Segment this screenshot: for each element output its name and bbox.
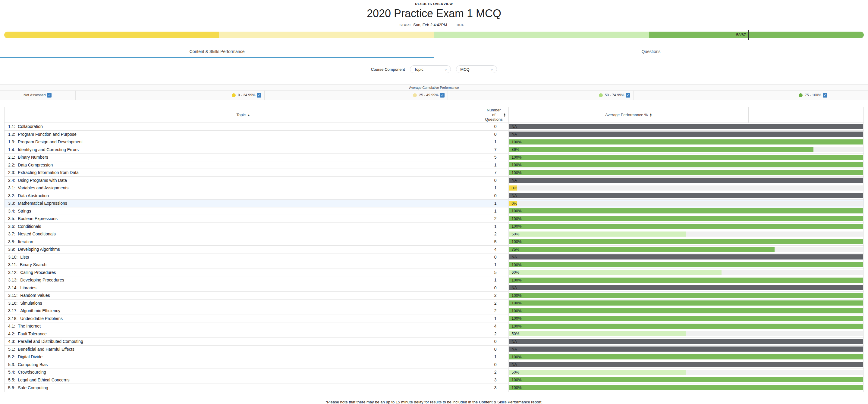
performance-bar-track: NA: [509, 339, 863, 344]
performance-bar-label: 100%: [512, 308, 521, 313]
performance-bar-label: 50%: [512, 370, 519, 375]
tab-content-skills-performance[interactable]: Content & Skills Performance: [0, 46, 434, 58]
column-header-average-performance[interactable]: Average Performance % ▲▼: [509, 107, 749, 123]
table-row[interactable]: 5.3: Computing Bias 0 NA: [4, 361, 864, 369]
table-row[interactable]: 3.13: Developing Procedures 1 100%: [4, 276, 864, 284]
table-row[interactable]: 3.7: Nested Conditionals 2 50%: [4, 230, 864, 238]
performance-bar-fill: [509, 139, 863, 144]
table-row[interactable]: 3.3: Mathematical Expressions 1 0%: [4, 200, 864, 207]
table-row[interactable]: 3.10: Lists 0 NA: [4, 254, 864, 261]
topic-name: Conditionals: [18, 224, 41, 229]
question-count: 1: [482, 353, 509, 361]
question-count: 0: [482, 346, 509, 353]
checkbox-checked-icon[interactable]: ✓: [626, 93, 630, 98]
table-body: 1.1: Collaboration 0 NA 1.2: Program Fun…: [4, 123, 864, 392]
question-count: 2: [482, 292, 509, 299]
table-row[interactable]: 3.17: Algorithmic Efficiency 2 100%: [4, 307, 864, 315]
assessment-type-dropdown[interactable]: MCQ ⌄: [456, 65, 497, 73]
table-row[interactable]: 5.6: Safe Computing 3 100%: [4, 384, 864, 392]
table-row[interactable]: 2.1: Binary Numbers 5 100%: [4, 154, 864, 161]
sort-ascending-icon: ▲: [247, 113, 250, 116]
legend-label: 50 - 74.99%: [605, 93, 624, 97]
table-row[interactable]: 3.11: Binary Search 1 100%: [4, 261, 864, 269]
table-row[interactable]: 5.4: Crowdsourcing 2 50%: [4, 368, 864, 376]
topic-name: Program Function and Purpose: [18, 132, 76, 137]
table-row[interactable]: 4.2: Fault Tolerance 2 50%: [4, 330, 864, 338]
table-row[interactable]: 2.2: Data Compression 1 100%: [4, 161, 864, 169]
topic-code: 3.3:: [8, 201, 15, 206]
topic-code: 3.14:: [8, 285, 18, 290]
table-row[interactable]: 4.3: Parallel and Distributed Computing …: [4, 338, 864, 346]
performance-cell: 100%: [509, 215, 864, 223]
checkbox-checked-icon[interactable]: ✓: [47, 93, 52, 98]
table-row[interactable]: 3.18: Undecidable Problems 1 100%: [4, 315, 864, 323]
table-row[interactable]: 3.15: Random Values 2 100%: [4, 292, 864, 300]
course-component-dropdown[interactable]: Topic ⌄: [410, 65, 451, 73]
table-row[interactable]: 3.1: Variables and Assignments 1 0%: [4, 184, 864, 192]
table-row[interactable]: 3.5: Boolean Expressions 2 100%: [4, 215, 864, 223]
table-row[interactable]: 3.4: Strings 1 100%: [4, 207, 864, 215]
topic-name: Data Compression: [18, 163, 53, 167]
score-marker-line: [748, 30, 749, 40]
tab-questions[interactable]: Questions: [434, 46, 868, 58]
legend-item-75-100: 75 - 100% ✓: [633, 91, 868, 100]
page-title: 2020 Practice Exam 1 MCQ: [0, 7, 868, 20]
page-header: RESULTS OVERVIEW 2020 Practice Exam 1 MC…: [0, 0, 868, 27]
checkbox-checked-icon[interactable]: ✓: [257, 93, 261, 98]
performance-bar-label: NA: [512, 285, 517, 290]
table-row[interactable]: 1.2: Program Function and Purpose 0 NA: [4, 131, 864, 138]
question-count: 3: [482, 376, 509, 384]
gauge-segment-75-100: [649, 32, 864, 38]
table-row[interactable]: 3.9: Developing Algorithms 4 75%: [4, 246, 864, 254]
performance-bar-label: 100%: [512, 324, 521, 329]
topic-code: 3.11:: [8, 262, 17, 267]
table-row[interactable]: 4.1: The Internet 4 100%: [4, 323, 864, 330]
performance-bar-label: 100%: [512, 139, 521, 144]
topic-code: 5.2:: [8, 354, 15, 359]
topic-code: 3.9:: [8, 247, 15, 252]
table-row[interactable]: 1.4: Identifying and Correcting Errors 7…: [4, 146, 864, 154]
performance-cell: 100%: [509, 169, 864, 176]
question-count: 4: [482, 323, 509, 330]
table-row[interactable]: 3.16: Simulations 2 100%: [4, 300, 864, 307]
checkbox-checked-icon[interactable]: ✓: [440, 93, 444, 98]
topic-code: 3.1:: [8, 186, 15, 190]
question-count: 2: [482, 300, 509, 307]
table-row[interactable]: 2.4: Using Programs with Data 0 NA: [4, 177, 864, 184]
table-row[interactable]: 5.1: Beneficial and Harmful Effects 0 NA: [4, 346, 864, 354]
table-row[interactable]: 3.6: Conditionals 1 100%: [4, 223, 864, 231]
checkbox-checked-icon[interactable]: ✓: [823, 93, 827, 98]
performance-cell: 60%: [509, 269, 864, 276]
performance-bar-label: 75%: [512, 247, 519, 252]
question-count: 2: [482, 368, 509, 376]
topic-cell: 2.3: Extracting Information from Data: [4, 169, 482, 176]
table-row[interactable]: 1.1: Collaboration 0 NA: [4, 123, 864, 131]
performance-cell: 50%: [509, 368, 864, 376]
table-row[interactable]: 5.5: Legal and Ethical Concerns 3 100%: [4, 376, 864, 384]
performance-bar-label: 100%: [512, 385, 521, 390]
performance-bar-track: 100%: [509, 216, 863, 221]
table-row[interactable]: 5.2: Digital Divide 1 100%: [4, 353, 864, 361]
gauge-segment-25-50: [219, 32, 434, 38]
table-row[interactable]: 3.2: Data Abstraction 0 NA: [4, 192, 864, 200]
topic-name: Boolean Expressions: [18, 216, 58, 221]
table-row[interactable]: 3.14: Libraries 0 NA: [4, 284, 864, 292]
legend-label: 75 - 100%: [805, 93, 821, 97]
topic-code: 3.15:: [8, 293, 18, 298]
column-header-number-of-questions[interactable]: Number of Questions ▲▼: [482, 107, 509, 123]
chevron-down-icon: ⌄: [490, 68, 493, 71]
performance-bar-fill: [509, 316, 863, 321]
table-row[interactable]: 3.8: Iteration 5 100%: [4, 238, 864, 246]
performance-bar-fill: [509, 324, 863, 329]
question-count: 1: [482, 276, 509, 284]
performance-bar-label: NA: [512, 346, 517, 351]
table-row[interactable]: 1.3: Program Design and Development 1 10…: [4, 138, 864, 146]
column-header-topic[interactable]: Topic ▲: [4, 107, 482, 123]
table-row[interactable]: 2.3: Extracting Information from Data 7 …: [4, 169, 864, 177]
delay-footnote: *Please note that there may be an up to …: [0, 400, 868, 404]
gauge-segment-0-25: [4, 32, 219, 38]
topic-cell: 5.3: Computing Bias: [4, 361, 482, 368]
question-count: 0: [482, 177, 509, 184]
performance-bar-track: 0%: [509, 201, 863, 206]
table-row[interactable]: 3.12: Calling Procedures 5 60%: [4, 269, 864, 277]
